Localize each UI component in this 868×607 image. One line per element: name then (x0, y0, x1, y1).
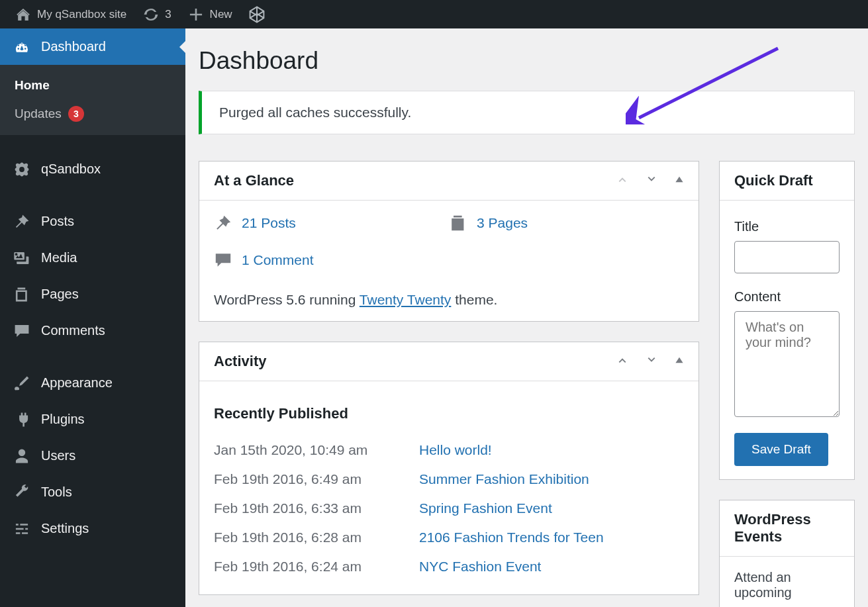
activity-row: Feb 19th 2016, 6:24 amNYC Fashion Event (214, 552, 684, 581)
cache-refresh[interactable]: 3 (134, 0, 179, 28)
activity-row: Feb 19th 2016, 6:28 am2106 Fashion Trend… (214, 523, 684, 552)
draft-content-input[interactable] (734, 311, 840, 417)
menu-label: Comments (41, 323, 105, 338)
plug-icon (13, 411, 30, 428)
activity-row: Jan 15th 2020, 10:49 amHello world! (214, 436, 684, 465)
sg-optimizer[interactable] (240, 0, 273, 28)
refresh-icon (142, 6, 160, 23)
theme-link[interactable]: Twenty Twenty (360, 292, 452, 307)
activity-link[interactable]: NYC Fashion Event (419, 559, 541, 575)
activity-title: Activity (214, 353, 266, 370)
cache-count: 3 (165, 8, 171, 21)
move-up-icon[interactable] (616, 173, 628, 188)
at-a-glance-box: At a Glance 21 Posts (199, 161, 699, 322)
pages-icon (449, 214, 467, 232)
activity-row: Feb 19th 2016, 6:49 amSummer Fashion Exh… (214, 465, 684, 494)
menu-label: Plugins (41, 412, 85, 427)
new-content[interactable]: New (179, 0, 240, 28)
sg-icon (248, 6, 265, 23)
gear-icon (13, 161, 30, 178)
menu-dashboard[interactable]: Dashboard (0, 28, 185, 65)
toggle-icon[interactable] (675, 355, 684, 367)
title-label: Title (734, 219, 840, 234)
activity-box: Activity Recently Published Jan 15th 202… (199, 342, 699, 595)
pin-icon (13, 213, 30, 230)
sliders-icon (13, 520, 30, 537)
menu-qsandbox[interactable]: qSandbox (0, 151, 185, 187)
media-icon (13, 250, 30, 267)
menu-label: qSandbox (41, 162, 101, 177)
draft-title-input[interactable] (734, 241, 840, 273)
quick-draft-box: Quick Draft Title Content Save Draft (719, 161, 855, 480)
move-down-icon[interactable] (646, 354, 657, 369)
wrench-icon (13, 484, 30, 501)
activity-link[interactable]: Hello world! (419, 442, 492, 458)
activity-list: Jan 15th 2020, 10:49 amHello world!Feb 1… (214, 436, 684, 581)
menu-media[interactable]: Media (0, 240, 185, 276)
glance-title: At a Glance (214, 172, 294, 189)
menu-label: Posts (41, 214, 74, 229)
pin-icon (214, 214, 232, 232)
content-area: Dashboard Purged all caches successfully… (185, 28, 868, 607)
plus-icon (187, 6, 205, 23)
activity-date: Feb 19th 2016, 6:33 am (214, 500, 379, 516)
submenu-dashboard: Home Updates 3 (0, 65, 185, 135)
toggle-icon[interactable] (675, 175, 684, 187)
user-icon (13, 447, 30, 465)
activity-link[interactable]: 2106 Fashion Trends for Teen (419, 530, 604, 545)
submenu-updates[interactable]: Updates 3 (0, 99, 185, 128)
pages-icon (13, 286, 30, 303)
menu-label: Settings (41, 521, 89, 536)
menu-label: Tools (41, 485, 72, 500)
menu-label: Users (41, 448, 75, 463)
menu-plugins[interactable]: Plugins (0, 401, 185, 438)
glance-comments: 1 Comment (214, 251, 449, 269)
home-icon (15, 6, 32, 23)
version-text: WordPress 5.6 running Twenty Twenty them… (214, 292, 684, 308)
save-draft-button[interactable]: Save Draft (734, 433, 828, 466)
menu-label: Pages (41, 287, 79, 302)
comments-link[interactable]: 1 Comment (242, 252, 314, 268)
activity-link[interactable]: Spring Fashion Event (419, 500, 552, 516)
glance-posts: 21 Posts (214, 214, 449, 232)
move-down-icon[interactable] (646, 173, 657, 188)
activity-date: Feb 19th 2016, 6:49 am (214, 471, 379, 487)
content-label: Content (734, 289, 840, 304)
menu-settings[interactable]: Settings (0, 510, 185, 547)
menu-comments[interactable]: Comments (0, 312, 185, 349)
updates-badge: 3 (68, 106, 84, 122)
comment-icon (214, 251, 232, 269)
comments-icon (13, 322, 30, 340)
quick-draft-title: Quick Draft (734, 172, 813, 189)
page-title: Dashboard (199, 47, 855, 75)
menu-label: Dashboard (41, 39, 106, 54)
activity-link[interactable]: Summer Fashion Exhibition (419, 471, 589, 487)
menu-appearance[interactable]: Appearance (0, 365, 185, 401)
activity-date: Feb 19th 2016, 6:24 am (214, 559, 379, 575)
activity-date: Jan 15th 2020, 10:49 am (214, 442, 379, 458)
recently-published-title: Recently Published (214, 405, 684, 422)
brush-icon (13, 375, 30, 392)
menu-label: Media (41, 250, 77, 265)
posts-link[interactable]: 21 Posts (242, 215, 296, 231)
menu-label: Appearance (41, 375, 113, 391)
events-text: Attend an upcoming (734, 570, 840, 600)
glance-pages: 3 Pages (449, 214, 684, 232)
menu-tools[interactable]: Tools (0, 474, 185, 510)
site-name: My qSandbox site (37, 8, 126, 21)
activity-date: Feb 19th 2016, 6:28 am (214, 530, 379, 545)
events-box: WordPress Events Attend an upcoming (719, 500, 855, 607)
move-up-icon[interactable] (616, 354, 628, 369)
submenu-home[interactable]: Home (0, 71, 185, 99)
admin-sidebar: Dashboard Home Updates 3 qSandbox Posts … (0, 28, 185, 607)
activity-row: Feb 19th 2016, 6:33 amSpring Fashion Eve… (214, 494, 684, 523)
new-label: New (210, 8, 232, 21)
pages-link[interactable]: 3 Pages (477, 215, 528, 231)
menu-users[interactable]: Users (0, 438, 185, 474)
menu-posts[interactable]: Posts (0, 203, 185, 240)
site-link[interactable]: My qSandbox site (7, 0, 134, 28)
dashboard-icon (13, 38, 30, 56)
menu-pages[interactable]: Pages (0, 276, 185, 312)
notice-text: Purged all caches successfully. (219, 105, 411, 120)
admin-toolbar: My qSandbox site 3 New (0, 0, 868, 28)
